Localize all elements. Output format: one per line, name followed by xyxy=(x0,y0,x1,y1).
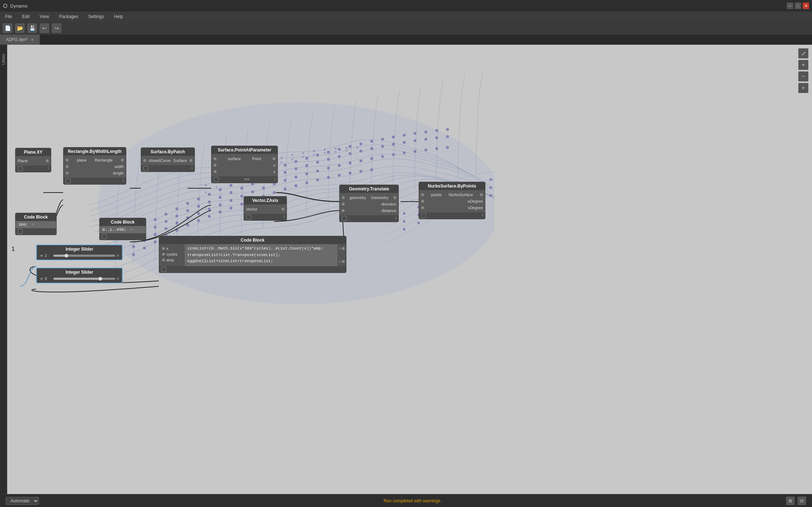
undo-button[interactable]: ↩ xyxy=(40,23,49,33)
gt-info-btn[interactable]: i xyxy=(396,216,396,221)
run-mode-dropdown[interactable]: Automatic Manual xyxy=(6,497,39,505)
zoom-reset-button[interactable]: + xyxy=(798,83,808,93)
open-button[interactable]: 📂 xyxy=(15,23,25,33)
plane-output-port[interactable] xyxy=(46,159,49,162)
code-block-3-content[interactable]: sineList=(0..Math.Sin(x*360*cycles)..#Li… xyxy=(184,244,337,266)
maximize-button[interactable]: □ xyxy=(795,3,801,9)
rect-output-port[interactable] xyxy=(121,159,124,162)
rect-width-port[interactable] xyxy=(66,165,69,168)
zoom-in-button[interactable]: + xyxy=(798,60,808,70)
cb3-out1-port[interactable] xyxy=(342,247,345,250)
rect-freeze-btn[interactable] xyxy=(66,178,71,184)
ns-points-port[interactable] xyxy=(421,193,424,196)
slider-1-thumb[interactable] xyxy=(65,254,68,257)
library-tab[interactable]: Library xyxy=(0,45,7,74)
tab-adfg[interactable]: ADFG.dyn* ✕ xyxy=(0,35,40,45)
info-btn[interactable]: i xyxy=(48,166,49,171)
ns-v-label: vDegree xyxy=(468,206,483,210)
vz-freeze-btn[interactable] xyxy=(246,215,251,220)
canvas[interactable]: 1 Plane.XY Plane i Rectangle.ByWidthLeng… xyxy=(7,45,812,494)
save-button[interactable]: 💾 xyxy=(27,23,37,33)
rect-length-port[interactable] xyxy=(66,172,69,175)
menu-item-help[interactable]: Help xyxy=(112,13,125,20)
menu-item-settings[interactable]: Settings xyxy=(86,13,106,20)
svg-point-21 xyxy=(349,145,352,148)
ns-u-label: uDegree xyxy=(468,199,483,203)
patch-freeze-btn[interactable] xyxy=(143,166,148,171)
menu-item-view[interactable]: View xyxy=(38,13,51,20)
zoom-out-button[interactable]: − xyxy=(798,71,808,81)
minimize-button[interactable]: ─ xyxy=(787,3,793,9)
svg-point-25 xyxy=(392,136,395,138)
menu-item-file[interactable]: File xyxy=(3,13,14,20)
cb1-freeze-btn[interactable] xyxy=(18,229,23,234)
slider-1-track[interactable] xyxy=(53,255,115,257)
node-surface-bypatch[interactable]: Surface.ByPatch closedCurve Surface i xyxy=(141,147,195,172)
tab-close-button[interactable]: ✕ xyxy=(31,38,34,42)
node-rectangle[interactable]: Rectangle.ByWidthLength plane Rectangle … xyxy=(63,147,126,185)
ns-freeze-btn[interactable] xyxy=(421,213,426,218)
svg-point-79 xyxy=(327,167,330,169)
code-block-1-content[interactable]: 100; > xyxy=(16,221,56,228)
cb2-freeze-btn[interactable] xyxy=(102,234,107,239)
sp-v-port[interactable] xyxy=(214,170,217,173)
code-block-2-content[interactable]: 0..1..#50; > xyxy=(100,226,146,233)
sp-output-port[interactable] xyxy=(272,157,275,160)
svg-point-71 xyxy=(240,195,243,198)
gt-freeze-btn[interactable] xyxy=(342,216,347,221)
gt-geom-port[interactable] xyxy=(342,196,345,199)
slider-1-expand[interactable]: ▼ xyxy=(40,254,43,258)
node-geometry-translate[interactable]: Geometry.Translate geometry Geometry dir… xyxy=(339,185,399,222)
expand-button[interactable]: ⤢ xyxy=(798,48,808,58)
vz-info-btn[interactable]: i xyxy=(284,215,284,220)
close-button[interactable]: ✕ xyxy=(803,3,809,9)
node-nurbs-surface[interactable]: NurbsSurface.ByPoints points NurbsSurfac… xyxy=(419,182,485,219)
svg-point-99 xyxy=(219,211,222,213)
node-code-block-2[interactable]: Code Block 0..1..#50; > xyxy=(99,218,146,240)
sp-freeze-btn[interactable] xyxy=(214,177,219,182)
gt-dir-port[interactable] xyxy=(342,203,345,206)
ns-info-btn[interactable]: i xyxy=(482,213,483,218)
node-code-block-3[interactable]: Code Block x cycles amp sineList=(0..Mat… xyxy=(159,236,346,273)
svg-point-126 xyxy=(335,147,337,150)
sp-u-port[interactable] xyxy=(214,164,217,167)
sp-surface-port[interactable] xyxy=(214,157,217,160)
slider-1[interactable]: Integer Slider ▼ 2 > xyxy=(36,244,123,260)
cb3-amp-port[interactable] xyxy=(162,259,165,261)
gt-dist-port[interactable] xyxy=(342,209,345,212)
new-button[interactable]: 📄 xyxy=(3,23,12,33)
patch-info-btn[interactable]: i xyxy=(192,166,192,171)
gt-output-port[interactable] xyxy=(393,196,396,199)
patch-curve-port[interactable] xyxy=(143,159,146,162)
ns-output-port[interactable] xyxy=(480,193,483,196)
node-plane-xy[interactable]: Plane.XY Plane i xyxy=(15,148,51,172)
cb3-out2-port[interactable] xyxy=(342,260,345,263)
svg-point-76 xyxy=(294,176,297,178)
slider-1-arrow[interactable]: > xyxy=(117,253,119,258)
freeze-btn[interactable] xyxy=(18,166,23,171)
node-surface-point[interactable]: Surface.PointAtParameter surface Point u… xyxy=(211,146,278,183)
sp-info-btn[interactable]: i xyxy=(275,177,275,182)
gt-dist-label: distance xyxy=(381,208,396,213)
menu-item-edit[interactable]: Edit xyxy=(20,13,32,20)
slider-2-thumb[interactable] xyxy=(99,277,102,281)
cb3-x-port[interactable] xyxy=(162,247,165,250)
slider-2-expand[interactable]: ▼ xyxy=(40,277,43,281)
patch-output-port[interactable] xyxy=(189,159,192,162)
rect-plane-port[interactable] xyxy=(66,159,69,162)
rect-info-btn[interactable]: i xyxy=(123,178,124,184)
menu-item-packages[interactable]: Packages xyxy=(57,13,80,20)
redo-button[interactable]: ↪ xyxy=(52,23,61,33)
ns-u-port[interactable] xyxy=(421,200,424,203)
vz-output-port[interactable] xyxy=(281,208,284,211)
grid-view-icon[interactable]: ⊞ xyxy=(786,497,795,505)
slider-2-track[interactable] xyxy=(53,278,115,280)
cb3-freeze-btn[interactable] xyxy=(161,267,166,272)
nav-icon[interactable]: ⊟ xyxy=(798,497,806,505)
slider-2-arrow[interactable]: > xyxy=(117,276,119,281)
node-code-block-1[interactable]: Code Block 100; > xyxy=(15,213,57,235)
slider-2[interactable]: Integer Slider ▼ 8 > xyxy=(36,268,123,283)
cb3-cycles-port[interactable] xyxy=(162,253,165,256)
ns-v-port[interactable] xyxy=(421,206,424,209)
node-vector-zaxis[interactable]: Vector.ZAxis Vector i xyxy=(244,196,287,221)
